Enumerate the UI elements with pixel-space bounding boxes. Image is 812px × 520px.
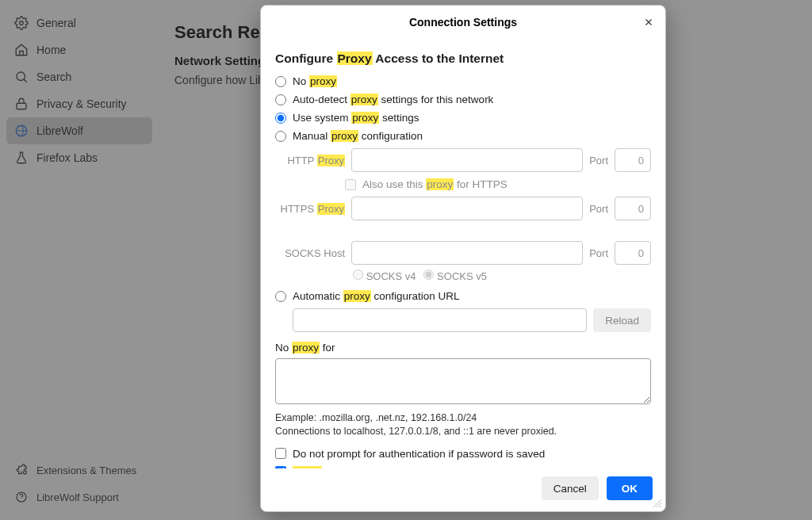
http-proxy-row: HTTP Proxy Port: [275, 148, 651, 172]
https-proxy-row: HTTPS Proxy Port: [275, 197, 651, 220]
port-label: Port: [589, 203, 608, 215]
dialog-title: Connection Settings: [409, 16, 517, 29]
reload-button[interactable]: Reload: [593, 308, 651, 332]
radio-no-proxy-input[interactable]: [275, 76, 286, 87]
http-proxy-label: HTTP Proxy: [275, 155, 345, 166]
radio-manual-proxy[interactable]: Manual proxy configuration: [275, 130, 651, 142]
socks-port-input[interactable]: [615, 241, 651, 265]
no-proxy-example: Example: .mozilla.org, .net.nz, 192.168.…: [275, 411, 651, 438]
socks-v4-option[interactable]: SOCKS v4: [353, 270, 416, 282]
socks-version-row: SOCKS v4 SOCKS v5: [275, 270, 651, 282]
also-use-https-row: Also use this proxy for HTTPS: [275, 178, 651, 190]
socks-host-input[interactable]: [351, 241, 583, 265]
socks-host-row: SOCKS Host Port: [275, 241, 651, 265]
port-label: Port: [589, 155, 608, 166]
no-proxy-for-label: No proxy for: [275, 342, 651, 354]
port-label: Port: [589, 247, 608, 259]
https-proxy-input[interactable]: [351, 197, 583, 220]
no-proxy-for-input[interactable]: [275, 358, 651, 404]
ok-button[interactable]: OK: [607, 476, 653, 500]
socks-host-label: SOCKS Host: [275, 247, 345, 259]
close-button[interactable]: [640, 13, 657, 31]
socks-v5-option[interactable]: SOCKS v5: [423, 270, 486, 282]
dialog-heading: Configure Proxy Access to the Internet: [275, 52, 651, 66]
cb-no-auth-prompt[interactable]: Do not prompt for authentication if pass…: [275, 448, 651, 460]
radio-system-proxy-input[interactable]: [275, 113, 286, 124]
dialog-header: Connection Settings: [261, 6, 665, 39]
radio-auto-detect-input[interactable]: [275, 94, 286, 105]
http-port-input[interactable]: [615, 148, 651, 172]
connection-settings-dialog: Connection Settings Configure Proxy Acce…: [260, 5, 666, 512]
cb-no-auth-prompt-input[interactable]: [275, 448, 286, 459]
cancel-button[interactable]: Cancel: [542, 476, 599, 500]
https-port-input[interactable]: [615, 197, 651, 220]
dialog-footer: Cancel OK: [261, 468, 665, 511]
also-use-https-checkbox[interactable]: [345, 179, 356, 190]
radio-no-proxy[interactable]: No proxy: [275, 75, 651, 87]
radio-auto-url-input[interactable]: [275, 291, 286, 302]
dialog-body: Configure Proxy Access to the Internet N…: [261, 39, 665, 468]
radio-auto-detect[interactable]: Auto-detect proxy settings for this netw…: [275, 94, 651, 105]
radio-system-proxy[interactable]: Use system proxy settings: [275, 112, 651, 124]
radio-manual-proxy-input[interactable]: [275, 131, 286, 142]
pac-url-input[interactable]: [293, 308, 587, 332]
radio-auto-url[interactable]: Automatic proxy configuration URL: [275, 290, 651, 302]
https-proxy-label: HTTPS Proxy: [275, 203, 345, 215]
resize-grip-icon[interactable]: [653, 499, 662, 508]
http-proxy-input[interactable]: [351, 148, 583, 172]
